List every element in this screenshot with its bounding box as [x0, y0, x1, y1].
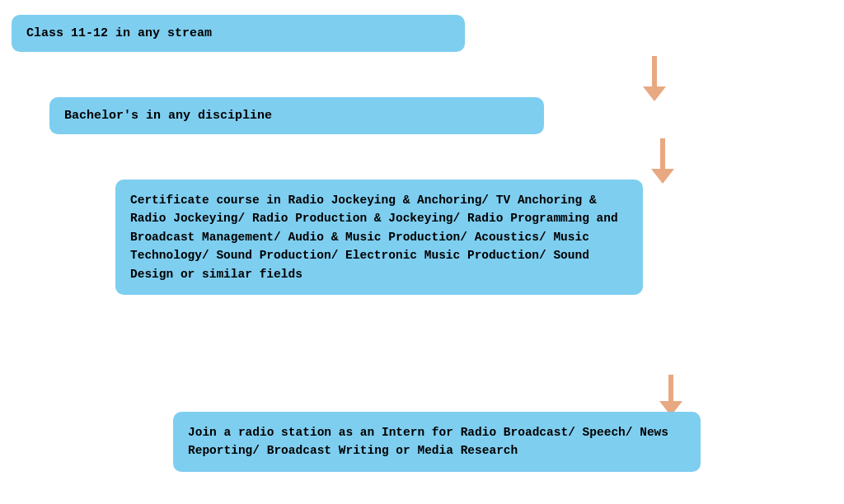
box3-certificate: Certificate course in Radio Jockeying & …: [115, 180, 643, 295]
box1-class: Class 11-12 in any stream: [12, 15, 465, 52]
arrow2: [651, 138, 674, 184]
box3-text: Certificate course in Radio Jockeying & …: [130, 194, 618, 281]
arrow2-head: [651, 169, 674, 184]
arrow3-line: [668, 375, 673, 401]
box2-bachelors: Bachelor's in any discipline: [49, 97, 544, 134]
box4-internship: Join a radio station as an Intern for Ra…: [173, 412, 701, 472]
box1-text: Class 11-12 in any stream: [26, 26, 212, 40]
diagram-container: Class 11-12 in any stream Bachelor's in …: [0, 0, 844, 504]
arrow1-line: [652, 56, 657, 86]
arrow1-head: [643, 86, 666, 101]
arrow2-line: [660, 138, 665, 169]
arrow1: [643, 56, 666, 101]
arrow3: [659, 375, 682, 416]
box4-text: Join a radio station as an Intern for Ra…: [188, 426, 668, 457]
box2-text: Bachelor's in any discipline: [64, 109, 272, 123]
